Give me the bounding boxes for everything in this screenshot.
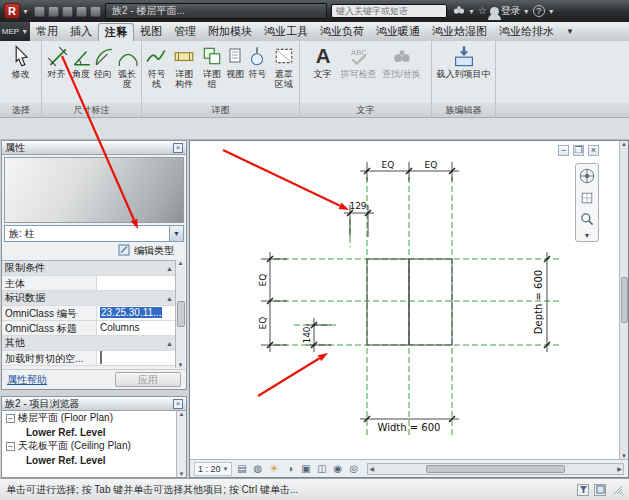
- show-crop-region-icon[interactable]: ◫: [315, 462, 328, 475]
- navbar-caret-icon[interactable]: ▼: [584, 232, 591, 239]
- tab-annotate[interactable]: 注释: [98, 23, 134, 41]
- help-button[interactable]: ?: [533, 5, 545, 17]
- drawing-vertical-scrollbar[interactable]: ▲ ▼: [619, 141, 628, 459]
- search-input[interactable]: [331, 4, 447, 18]
- edit-type-button[interactable]: 编辑类型: [134, 244, 174, 258]
- scroll-down-icon[interactable]: ▼: [179, 471, 185, 477]
- properties-scrollbar[interactable]: ▲ ▼: [175, 260, 185, 368]
- view-restore-icon[interactable]: ❒: [573, 145, 584, 156]
- cut-with-voids-checkbox[interactable]: [100, 351, 102, 364]
- shadows-icon[interactable]: ◑: [283, 462, 296, 475]
- tab-hongye-psychrometric[interactable]: 鸿业焓湿图: [426, 22, 493, 41]
- tab-view[interactable]: 视图: [134, 22, 168, 41]
- tree-item-floor-plan[interactable]: − 楼层平面 (Floor Plan): [2, 411, 176, 425]
- masking-region-button[interactable]: 遮罩区域: [269, 43, 298, 90]
- apply-button[interactable]: 应用: [115, 372, 181, 387]
- text-button[interactable]: A 文字: [307, 43, 339, 79]
- tree-item-lower-ref-level-ceiling[interactable]: Lower Ref. Level: [2, 453, 176, 467]
- search-options-caret-icon[interactable]: ▼: [468, 8, 475, 15]
- visual-style-icon[interactable]: ◍: [251, 462, 264, 475]
- type-selector[interactable]: 族: 柱 ▼: [4, 225, 184, 242]
- symbol-button[interactable]: 符号: [245, 43, 269, 79]
- selection-count-icon[interactable]: [594, 484, 606, 496]
- tab-hongye-tools[interactable]: 鸿业工具: [258, 22, 314, 41]
- app-menu-button[interactable]: R ▼: [4, 3, 29, 19]
- panel-label-detail[interactable]: 详图: [142, 103, 299, 117]
- temporary-hide-isolate-icon[interactable]: ◉: [331, 462, 344, 475]
- help-caret-icon[interactable]: ▼: [548, 8, 555, 15]
- tab-hongye-hvac[interactable]: 鸿业暖通: [370, 22, 426, 41]
- aligned-dimension-button[interactable]: 对齐: [43, 43, 70, 79]
- binoculars-icon[interactable]: [453, 5, 465, 17]
- properties-help-link[interactable]: 属性帮助: [7, 373, 47, 387]
- reveal-hidden-elements-icon[interactable]: ◎: [347, 462, 360, 475]
- tree-item-lower-ref-level-floor[interactable]: Lower Ref. Level: [2, 425, 176, 439]
- crop-view-icon[interactable]: ▣: [299, 462, 312, 475]
- radial-dimension-button[interactable]: 径向: [92, 43, 114, 79]
- tab-overflow-caret-icon[interactable]: ▼: [561, 22, 579, 41]
- scroll-up-icon[interactable]: ▲: [178, 260, 184, 266]
- tab-addins[interactable]: 附加模块: [202, 22, 258, 41]
- modify-button[interactable]: 修改: [8, 43, 34, 79]
- plan-view-window[interactable]: EQ EQ 129 EQ EQ 140: [190, 141, 619, 459]
- project-browser-close-icon[interactable]: ×: [173, 399, 183, 409]
- sun-path-icon[interactable]: ☀: [267, 462, 280, 475]
- group-row-other[interactable]: 其他▲: [2, 336, 176, 351]
- steering-wheel-icon[interactable]: [578, 167, 596, 187]
- panel-label-family-editor[interactable]: 族编辑器: [432, 103, 495, 117]
- tab-manage[interactable]: 管理: [168, 22, 202, 41]
- find-replace-button[interactable]: 查找/替换: [379, 43, 425, 79]
- app-brand-mep[interactable]: MEP▼: [0, 22, 30, 41]
- sign-in-button[interactable]: 登录 ▼: [490, 4, 530, 18]
- zoom-icon[interactable]: [579, 211, 595, 229]
- filter-icon[interactable]: [577, 484, 589, 496]
- panel-label-select[interactable]: 选择: [0, 103, 41, 117]
- tree-item-ceiling-plan[interactable]: − 天花板平面 (Ceiling Plan): [2, 439, 176, 453]
- tab-home[interactable]: 常用: [30, 22, 64, 41]
- view-minimize-icon[interactable]: −: [558, 145, 569, 156]
- arc-length-dimension-button[interactable]: 弧长度: [114, 43, 140, 90]
- view-close-icon[interactable]: ×: [588, 145, 599, 156]
- scroll-up-icon[interactable]: ▲: [179, 411, 185, 417]
- tab-hongye-load[interactable]: 鸿业负荷: [314, 22, 370, 41]
- properties-close-icon[interactable]: ×: [173, 143, 183, 153]
- panel-label-text[interactable]: 文字: [300, 103, 431, 117]
- undo-icon[interactable]: [62, 6, 73, 17]
- tab-insert[interactable]: 插入: [64, 22, 98, 41]
- scroll-down-icon[interactable]: ▼: [178, 362, 184, 368]
- scroll-thumb[interactable]: [426, 465, 565, 473]
- print-icon[interactable]: [90, 6, 101, 17]
- project-browser-scrollbar[interactable]: ▲ ▼: [176, 411, 186, 477]
- eq-dimension-label: EQ: [258, 317, 268, 330]
- detail-level-icon[interactable]: ▤: [235, 462, 248, 475]
- resize-grip-icon[interactable]: [611, 483, 623, 497]
- drawing-horizontal-scrollbar[interactable]: ◀ ▶: [367, 463, 624, 475]
- scroll-left-icon[interactable]: ◀: [369, 465, 374, 472]
- scroll-thumb[interactable]: [621, 277, 628, 323]
- view-button[interactable]: 视图: [225, 43, 245, 79]
- type-selector-caret-icon[interactable]: ▼: [169, 226, 183, 241]
- group-row-identity-data[interactable]: 标识数据▲: [2, 291, 176, 306]
- redo-icon[interactable]: [76, 6, 87, 17]
- scroll-thumb[interactable]: [177, 301, 185, 327]
- properties-titlebar: 属性 ×: [2, 141, 186, 155]
- angular-dimension-button[interactable]: 角度: [70, 43, 92, 79]
- collapse-box-icon[interactable]: −: [6, 442, 15, 451]
- save-icon[interactable]: [48, 6, 59, 17]
- pan-view-icon[interactable]: [579, 190, 595, 208]
- star-icon[interactable]: ☆: [478, 6, 487, 16]
- scroll-up-icon[interactable]: ▲: [621, 141, 627, 147]
- panel-label-dimension[interactable]: 尺寸标注: [42, 103, 141, 117]
- group-row-constraints[interactable]: 限制条件▲: [2, 261, 176, 276]
- plan-view-canvas[interactable]: EQ EQ 129 EQ EQ 140: [190, 141, 619, 459]
- tab-hongye-plumbing[interactable]: 鸿业给排水: [493, 22, 560, 41]
- spelling-button[interactable]: ABC 拼写检查: [339, 43, 379, 79]
- collapse-box-icon[interactable]: −: [6, 414, 15, 423]
- scroll-right-icon[interactable]: ▶: [617, 465, 622, 472]
- detail-group-button[interactable]: 详图组: [199, 43, 226, 90]
- symbolic-line-button[interactable]: 符号线: [143, 43, 170, 90]
- view-scale-control[interactable]: 1 : 20 ▼: [194, 462, 232, 476]
- load-into-project-button[interactable]: 载入到项目中: [435, 43, 493, 79]
- open-icon[interactable]: [34, 6, 45, 17]
- detail-component-button[interactable]: 详图构件: [170, 43, 199, 90]
